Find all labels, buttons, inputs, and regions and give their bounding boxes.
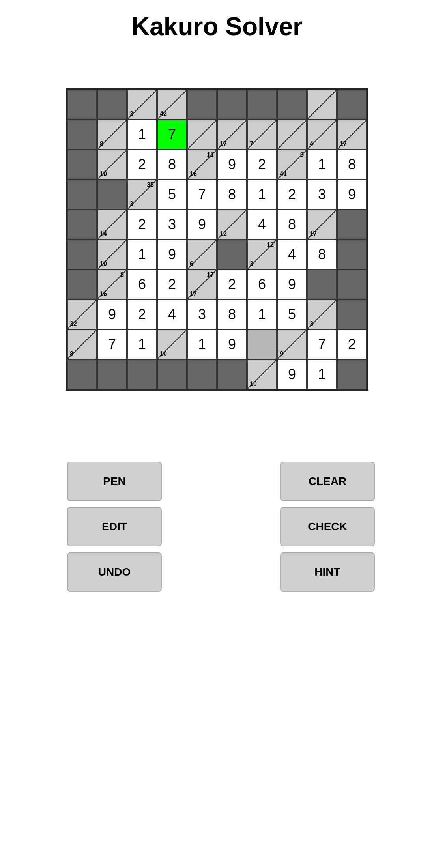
cell-9-7[interactable]: 9 <box>277 359 307 389</box>
cell-1-4 <box>187 120 217 150</box>
cell-4-4[interactable]: 9 <box>187 210 217 239</box>
cell-6-4: 17 17 <box>187 269 217 299</box>
cell-7-6[interactable]: 1 <box>247 299 277 329</box>
cell-0-5 <box>217 90 247 120</box>
cell-5-7[interactable]: 4 <box>277 239 307 269</box>
cell-8-2[interactable]: 1 <box>127 329 157 359</box>
cell-0-0 <box>67 90 97 120</box>
cell-7-2[interactable]: 2 <box>127 299 157 329</box>
cell-8-8[interactable]: 7 <box>307 329 337 359</box>
check-button[interactable]: CHECK <box>280 507 375 546</box>
cell-1-3[interactable]: 7 <box>157 120 187 150</box>
cell-6-6[interactable]: 6 <box>247 269 277 299</box>
cell-2-3[interactable]: 8 <box>157 150 187 180</box>
cell-8-1[interactable]: 7 <box>97 329 127 359</box>
cell-1-0 <box>67 120 97 150</box>
cell-3-5[interactable]: 8 <box>217 180 247 210</box>
cell-5-6: 12 3 <box>247 239 277 269</box>
cell-7-4[interactable]: 3 <box>187 299 217 329</box>
cell-5-3[interactable]: 9 <box>157 239 187 269</box>
clear-button[interactable]: CLEAR <box>280 462 375 501</box>
cell-6-7[interactable]: 9 <box>277 269 307 299</box>
cell-6-3[interactable]: 2 <box>157 269 187 299</box>
cell-9-5 <box>217 359 247 389</box>
button-panel: PEN CLEAR EDIT CHECK UNDO HINT <box>67 462 367 598</box>
cell-8-9[interactable]: 2 <box>337 329 367 359</box>
cell-4-6[interactable]: 4 <box>247 210 277 239</box>
cell-9-2 <box>127 359 157 389</box>
cell-3-9[interactable]: 9 <box>337 180 367 210</box>
cell-0-7 <box>277 90 307 120</box>
cell-3-6[interactable]: 1 <box>247 180 277 210</box>
kakuro-grid: 3 42 8 1 7 17 <box>66 88 368 391</box>
hint-button[interactable]: HINT <box>280 552 375 592</box>
cell-4-3[interactable]: 3 <box>157 210 187 239</box>
cell-4-8: 17 <box>307 210 337 239</box>
cell-0-6 <box>247 90 277 120</box>
cell-5-0 <box>67 239 97 269</box>
cell-8-5[interactable]: 9 <box>217 329 247 359</box>
cell-7-0: 32 <box>67 299 97 329</box>
cell-8-4[interactable]: 1 <box>187 329 217 359</box>
page-title: Kakuro Solver <box>131 12 303 41</box>
cell-1-7 <box>277 120 307 150</box>
cell-6-0 <box>67 269 97 299</box>
cell-4-2[interactable]: 2 <box>127 210 157 239</box>
cell-4-0 <box>67 210 97 239</box>
edit-button[interactable]: EDIT <box>67 507 162 546</box>
cell-8-0: 8 <box>67 329 97 359</box>
cell-7-5[interactable]: 8 <box>217 299 247 329</box>
pen-button[interactable]: PEN <box>67 462 162 501</box>
cell-7-3[interactable]: 4 <box>157 299 187 329</box>
cell-4-7[interactable]: 8 <box>277 210 307 239</box>
cell-9-6: 10 <box>247 359 277 389</box>
cell-1-6: 7 <box>247 120 277 150</box>
cell-1-5: 17 <box>217 120 247 150</box>
cell-1-2[interactable]: 1 <box>127 120 157 150</box>
cell-9-1 <box>97 359 127 389</box>
cell-7-1[interactable]: 9 <box>97 299 127 329</box>
cell-2-9[interactable]: 8 <box>337 150 367 180</box>
cell-2-1: 10 <box>97 150 127 180</box>
cell-0-4 <box>187 90 217 120</box>
undo-button[interactable]: UNDO <box>67 552 162 592</box>
cell-3-7[interactable]: 2 <box>277 180 307 210</box>
cell-1-9: 17 <box>337 120 367 150</box>
cell-9-9 <box>337 359 367 389</box>
grid-cells: 3 42 8 1 7 17 <box>67 90 367 389</box>
cell-0-9 <box>337 90 367 120</box>
cell-6-2[interactable]: 6 <box>127 269 157 299</box>
cell-3-1 <box>97 180 127 210</box>
cell-7-8: 3 <box>307 299 337 329</box>
cell-0-2: 3 <box>127 90 157 120</box>
cell-9-0 <box>67 359 97 389</box>
cell-6-1: 8 16 <box>97 269 127 299</box>
cell-8-3: 10 <box>157 329 187 359</box>
cell-5-1: 10 <box>97 239 127 269</box>
cell-5-2[interactable]: 1 <box>127 239 157 269</box>
cell-4-9 <box>337 210 367 239</box>
cell-3-3[interactable]: 5 <box>157 180 187 210</box>
cell-0-1 <box>97 90 127 120</box>
cell-6-9 <box>337 269 367 299</box>
cell-3-8[interactable]: 3 <box>307 180 337 210</box>
cell-2-2[interactable]: 2 <box>127 150 157 180</box>
cell-5-5 <box>217 239 247 269</box>
cell-1-1: 8 <box>97 120 127 150</box>
cell-5-9 <box>337 239 367 269</box>
cell-9-4 <box>187 359 217 389</box>
cell-2-5[interactable]: 9 <box>217 150 247 180</box>
cell-2-8[interactable]: 1 <box>307 150 337 180</box>
cell-2-6[interactable]: 2 <box>247 150 277 180</box>
cell-9-8[interactable]: 1 <box>307 359 337 389</box>
cell-3-2: 35 3 <box>127 180 157 210</box>
cell-0-8 <box>307 90 337 120</box>
cell-6-5[interactable]: 2 <box>217 269 247 299</box>
cell-5-8[interactable]: 8 <box>307 239 337 269</box>
cell-4-5: 12 <box>217 210 247 239</box>
cell-5-4: 6 <box>187 239 217 269</box>
cell-7-7[interactable]: 5 <box>277 299 307 329</box>
cell-3-4[interactable]: 7 <box>187 180 217 210</box>
cell-1-8: 4 <box>307 120 337 150</box>
cell-2-4: 11 16 <box>187 150 217 180</box>
